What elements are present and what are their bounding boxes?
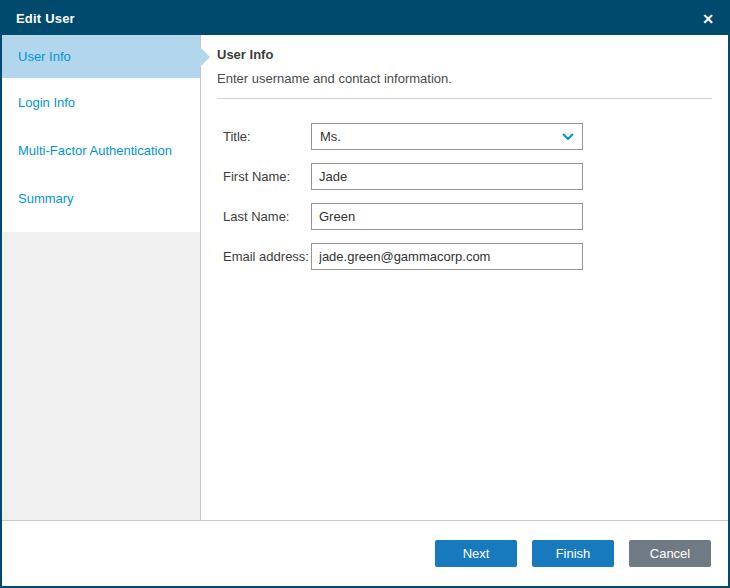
dialog-body: User Info Login Info Multi-Factor Authen… bbox=[2, 35, 728, 520]
user-info-form: Title: Ms. First Name: L bbox=[217, 123, 712, 270]
wizard-steps-sidebar: User Info Login Info Multi-Factor Authen… bbox=[2, 35, 201, 520]
first-name-label: First Name: bbox=[223, 169, 311, 184]
step-heading: User Info bbox=[217, 47, 712, 62]
last-name-row: Last Name: bbox=[217, 203, 712, 230]
sidebar-item-label: Multi-Factor Authentication bbox=[18, 143, 172, 158]
close-icon[interactable]: ✕ bbox=[702, 12, 714, 26]
dialog-footer: Next Finish Cancel bbox=[2, 520, 728, 586]
dialog-title: Edit User bbox=[16, 11, 75, 26]
title-label: Title: bbox=[223, 129, 311, 144]
sidebar-item-label: Login Info bbox=[18, 95, 75, 110]
step-subtitle: Enter username and contact information. bbox=[217, 71, 712, 86]
email-label: Email address: bbox=[223, 249, 311, 264]
cancel-button[interactable]: Cancel bbox=[629, 540, 711, 567]
sidebar-item-user-info[interactable]: User Info bbox=[2, 35, 200, 78]
first-name-row: First Name: bbox=[217, 163, 712, 190]
next-button[interactable]: Next bbox=[435, 540, 517, 567]
first-name-input[interactable] bbox=[311, 163, 583, 190]
last-name-input[interactable] bbox=[311, 203, 583, 230]
last-name-label: Last Name: bbox=[223, 209, 311, 224]
step-content: User Info Enter username and contact inf… bbox=[201, 35, 728, 520]
sidebar-item-label: Summary bbox=[18, 191, 74, 206]
edit-user-dialog: Edit User ✕ User Info Login Info Multi-F… bbox=[0, 0, 730, 588]
title-select-value: Ms. bbox=[320, 129, 341, 144]
finish-button[interactable]: Finish bbox=[532, 540, 614, 567]
content-divider bbox=[217, 98, 712, 99]
dialog-header: Edit User ✕ bbox=[2, 2, 728, 35]
sidebar-item-summary[interactable]: Summary bbox=[2, 174, 200, 222]
sidebar-filler bbox=[2, 232, 200, 520]
title-row: Title: Ms. bbox=[217, 123, 712, 150]
sidebar-item-multi-factor-authentication[interactable]: Multi-Factor Authentication bbox=[2, 126, 200, 174]
chevron-down-icon bbox=[562, 133, 574, 141]
email-row: Email address: bbox=[217, 243, 712, 270]
sidebar-item-label: User Info bbox=[18, 49, 71, 64]
sidebar-item-login-info[interactable]: Login Info bbox=[2, 78, 200, 126]
email-input[interactable] bbox=[311, 243, 583, 270]
title-select[interactable]: Ms. bbox=[311, 123, 583, 150]
